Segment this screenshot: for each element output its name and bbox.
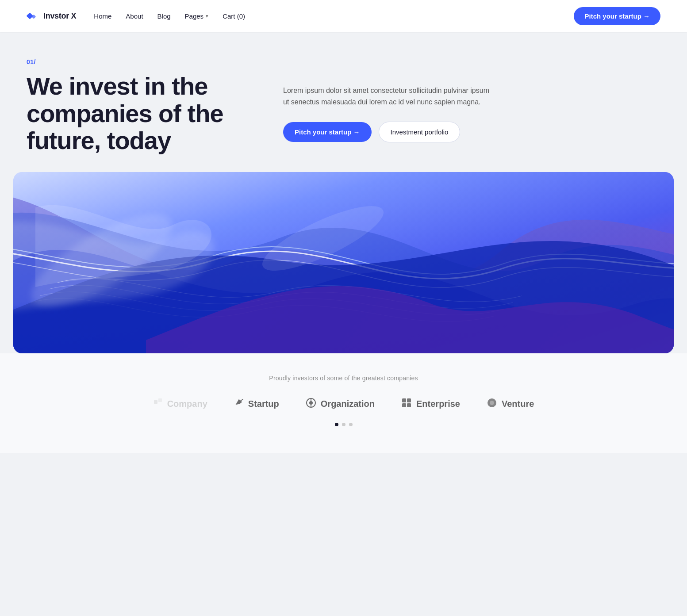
logos-subtitle: Proudly investors of some of the greates… — [27, 375, 660, 382]
hero-image — [13, 172, 674, 353]
svg-point-9 — [309, 401, 313, 405]
dot-2[interactable] — [342, 423, 345, 426]
svg-line-7 — [240, 399, 243, 401]
hero-left: 01/ We invest in the companies of the fu… — [27, 58, 257, 154]
bottom-section — [0, 453, 687, 541]
company-icon — [153, 398, 163, 410]
pagination-dots — [27, 423, 660, 426]
hero-section: 01/ We invest in the companies of the fu… — [0, 32, 687, 172]
logos-section: Proudly investors of some of the greates… — [0, 353, 687, 453]
svg-point-17 — [490, 401, 494, 405]
navbar: Invstor X Home About Blog Pages ▾ Cart (… — [0, 0, 687, 32]
hero-buttons: Pitch your startup → Investment portfoli… — [283, 122, 495, 142]
svg-rect-12 — [402, 398, 406, 402]
venture-icon — [487, 398, 497, 410]
svg-rect-13 — [407, 398, 411, 402]
hero-title: We invest in the companies of the future… — [27, 73, 257, 154]
svg-rect-6 — [158, 398, 162, 402]
logo[interactable]: Invstor X — [27, 10, 76, 22]
svg-rect-5 — [154, 400, 157, 404]
list-item: Organization — [306, 398, 375, 410]
svg-rect-0 — [27, 12, 33, 19]
list-item: Company — [153, 398, 207, 410]
abstract-visual — [13, 172, 674, 353]
list-item: Startup — [234, 398, 279, 410]
hero-right: Lorem ipsum dolor sit amet consectetur s… — [283, 58, 495, 142]
hero-cta-secondary[interactable]: Investment portfolio — [379, 122, 461, 142]
organization-icon — [306, 398, 316, 410]
chevron-down-icon: ▾ — [206, 13, 208, 19]
dot-active[interactable] — [335, 423, 338, 426]
startup-icon — [234, 398, 244, 410]
list-item: Enterprise — [401, 398, 460, 410]
enterprise-icon — [401, 398, 412, 410]
nav-blog[interactable]: Blog — [157, 12, 171, 20]
nav-about[interactable]: About — [126, 12, 143, 20]
nav-left: Invstor X Home About Blog Pages ▾ Cart (… — [27, 10, 245, 22]
svg-rect-14 — [402, 403, 406, 407]
nav-links: Home About Blog Pages ▾ Cart (0) — [94, 12, 245, 20]
logos-row: Company Startup Organization — [27, 398, 660, 410]
hero-description: Lorem ipsum dolor sit amet consectetur s… — [283, 85, 495, 107]
brand-name: Invstor X — [43, 11, 76, 21]
nav-pages[interactable]: Pages ▾ — [185, 12, 209, 20]
nav-cart[interactable]: Cart (0) — [223, 12, 245, 20]
logo-icon — [27, 10, 39, 22]
svg-rect-15 — [407, 403, 411, 407]
nav-cta-button[interactable]: Pitch your startup → — [574, 7, 660, 25]
hero-number: 01/ — [27, 58, 257, 65]
nav-home[interactable]: Home — [94, 12, 111, 20]
hero-cta-primary[interactable]: Pitch your startup → — [283, 122, 372, 142]
dot-3[interactable] — [349, 423, 353, 426]
list-item: Venture — [487, 398, 534, 410]
